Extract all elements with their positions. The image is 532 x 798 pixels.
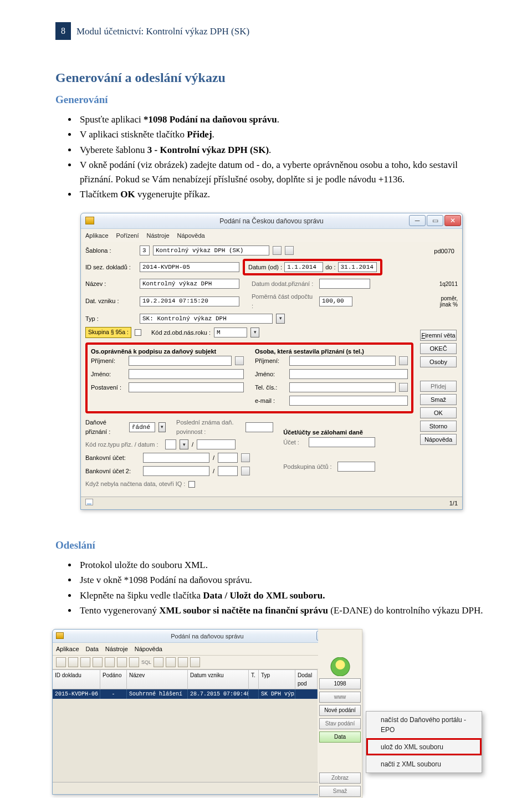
menu-item-nacti-xml[interactable]: načti z XML souboru: [366, 755, 482, 773]
toolbar-icon[interactable]: [56, 657, 66, 667]
col-dodal[interactable]: Dodal pod: [295, 670, 318, 689]
open-icon[interactable]: [273, 246, 282, 255]
toolbar-icon[interactable]: [166, 657, 176, 667]
menu-nastroje[interactable]: Nástroje: [105, 644, 128, 654]
firemni-veta-button[interactable]: FFiremní větairemní věta: [420, 330, 457, 341]
toolbar-icon[interactable]: [190, 657, 200, 667]
input-pomerna[interactable]: 100,00: [319, 296, 352, 306]
storno-button[interactable]: Storno: [420, 421, 457, 432]
input-bu2[interactable]: [143, 466, 209, 476]
text: (E-DANE) do kontrolního výkazu DPH.: [328, 605, 483, 616]
input-podskupina[interactable]: [337, 462, 375, 472]
btn-zobraz[interactable]: Zobraz: [319, 773, 361, 784]
toolbar-icon[interactable]: [117, 657, 127, 667]
input-email[interactable]: [289, 396, 408, 406]
menu-porizeni[interactable]: Pořízení: [116, 231, 139, 241]
list-item: Protokol uložte do souboru XML.: [78, 558, 488, 572]
bold-text: Přidej: [187, 129, 212, 140]
toolbar-icon[interactable]: [129, 657, 139, 667]
input-tel[interactable]: [289, 382, 396, 392]
input-sablona-name[interactable]: Kontrolný výkaz DPH (SK): [153, 245, 269, 255]
btn-stav-podani[interactable]: Stav podání: [319, 718, 361, 729]
table-row[interactable]: 2015-KVDPH-06 - Souhrnné hlášení 28.7.20…: [53, 689, 318, 699]
col-t[interactable]: T.: [249, 670, 259, 689]
btn-www[interactable]: www: [319, 692, 361, 703]
chevron-down-icon[interactable]: ▾: [180, 439, 188, 449]
text: Tento vygenerovaný: [80, 605, 159, 616]
btn-data[interactable]: Data: [319, 732, 361, 743]
ok-button[interactable]: OK: [420, 407, 457, 418]
minimize-button[interactable]: ─: [409, 215, 426, 226]
menu-aplikace[interactable]: Aplikace: [56, 644, 79, 654]
btn-1098[interactable]: 1098: [319, 678, 361, 689]
skupina-95a-checkbox[interactable]: [135, 329, 141, 336]
input-jmeno-1[interactable]: [129, 369, 244, 379]
input-datum-od[interactable]: 1.1.2014: [284, 262, 323, 272]
input-id-sez[interactable]: 2014-KVDPH-05: [140, 262, 239, 272]
open-icon[interactable]: [399, 356, 408, 365]
chevron-down-icon[interactable]: ▾: [158, 422, 165, 432]
menu-aplikace[interactable]: Aplikace: [85, 231, 109, 241]
open-icon[interactable]: [235, 356, 244, 365]
status-bar: 1/1: [81, 497, 462, 510]
input-prijmeni-1[interactable]: [129, 356, 232, 366]
input-jmeno-2[interactable]: [289, 369, 408, 379]
input-bu1[interactable]: [143, 453, 209, 463]
menu-data[interactable]: Data: [86, 644, 99, 654]
toolbar-icon[interactable]: [154, 657, 163, 667]
napoveda-button[interactable]: Nápověda: [420, 434, 457, 445]
input-ucet[interactable]: [309, 437, 375, 447]
window-titlebar: Podání na daňovou správu ─ ▭ ✕: [53, 630, 362, 643]
btn-nove-podani[interactable]: Nové podání: [319, 705, 361, 716]
col-nazev[interactable]: Název: [127, 670, 188, 689]
window-podani-danova: Podání na daňovou správu ─ ▭ ✕ Aplikace …: [52, 629, 362, 795]
star-icon[interactable]: [328, 657, 352, 676]
toolbar-icon[interactable]: [80, 657, 90, 667]
input-prijmeni-2[interactable]: [289, 356, 396, 366]
input-datum-roz[interactable]: [197, 439, 236, 449]
chevron-down-icon[interactable]: ▾: [276, 314, 285, 324]
btn-smaz[interactable]: Smaž: [319, 786, 361, 797]
menu-napoveda[interactable]: Nápověda: [135, 644, 162, 654]
input-dan-priz[interactable]: řádné: [129, 422, 155, 432]
open-icon[interactable]: [241, 467, 250, 475]
input-dodat[interactable]: [319, 279, 370, 289]
open-icon[interactable]: [241, 453, 250, 462]
toolbar-icon[interactable]: [105, 657, 115, 667]
pridej-button[interactable]: Přidej: [420, 381, 457, 392]
chevron-down-icon[interactable]: ▾: [250, 328, 259, 337]
col-typ[interactable]: Typ: [259, 670, 295, 689]
maximize-button[interactable]: ▭: [427, 215, 443, 226]
input-bu2-kod[interactable]: [218, 466, 238, 476]
input-kod-roz[interactable]: [165, 439, 176, 449]
bullet-list-generovani: Spusťte aplikaci *1098 Podání na daňovou…: [78, 112, 488, 202]
input-kod-zd[interactable]: M: [214, 328, 247, 337]
list-icon[interactable]: [285, 246, 294, 255]
input-postaveni[interactable]: [129, 382, 244, 392]
toolbar-icon[interactable]: [178, 657, 188, 667]
col-datum[interactable]: Datum vzniku: [188, 670, 249, 689]
close-button[interactable]: ✕: [444, 215, 461, 226]
status-icon[interactable]: [85, 499, 93, 505]
menu-item-epo[interactable]: načíst do Daňového portálu - EPO: [366, 712, 482, 738]
input-posledni[interactable]: [245, 422, 273, 432]
input-sablona-num[interactable]: 3: [140, 245, 150, 255]
menu-nastroje[interactable]: Nástroje: [147, 231, 170, 241]
input-dat-vzniku[interactable]: 19.2.2014 07:15:20: [140, 296, 239, 306]
menu-item-uloz-xml[interactable]: ulož do XML souboru: [366, 738, 482, 755]
open-icon[interactable]: [399, 383, 408, 392]
toolbar-icon[interactable]: [68, 657, 78, 667]
input-nazev[interactable]: Kontrolný výkaz DPH: [140, 279, 239, 289]
smaz-button[interactable]: Smaž: [420, 394, 457, 405]
col-id[interactable]: ID dokladu: [53, 670, 100, 689]
input-bu1-kod[interactable]: [218, 453, 238, 463]
col-podano[interactable]: Podáno: [100, 670, 127, 689]
input-datum-do[interactable]: 31.1.2014: [338, 262, 377, 272]
menu-napoveda[interactable]: Nápověda: [177, 231, 205, 241]
skupina-95a-button[interactable]: Skupina § 95a :: [85, 327, 131, 338]
okec-button[interactable]: OKEČ: [420, 343, 457, 354]
input-typ[interactable]: SK: Kontrolný výkaz DPH: [140, 314, 273, 324]
iq-checkbox[interactable]: [188, 481, 195, 488]
osoby-button[interactable]: Osoby: [420, 356, 457, 367]
toolbar-icon[interactable]: [93, 657, 103, 667]
